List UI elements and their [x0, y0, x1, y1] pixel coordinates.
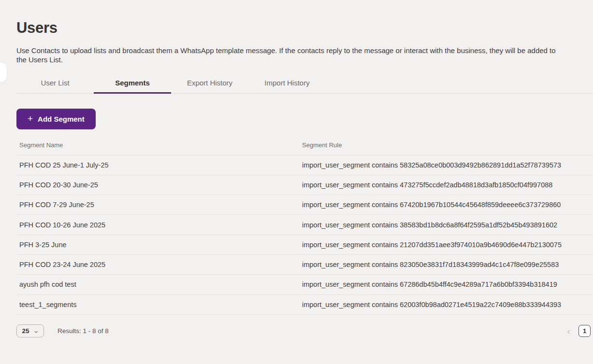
page-number-button[interactable]: 1	[579, 325, 591, 337]
page-size-select[interactable]: 25 ⌄	[16, 324, 44, 337]
column-header-segment-rule: Segment Rule	[299, 141, 593, 149]
segment-rule-cell: import_user_segment contains 38583bd1b8d…	[299, 221, 593, 229]
segment-rule-cell: import_user_segment contains 58325a08ce0…	[299, 161, 593, 169]
segment-name-cell: PFH 3-25 June	[16, 241, 299, 249]
segment-name-cell: PFH COD 25 June-1 July-25	[16, 161, 299, 169]
table-row[interactable]: teest_1_segments import_user_segment con…	[16, 295, 593, 315]
table-row[interactable]: PFH COD 23-24 June 2025 import_user_segm…	[16, 255, 593, 275]
table-row[interactable]: ayush pfh cod test import_user_segment c…	[16, 275, 593, 294]
segment-rule-cell: import_user_segment contains 67286db45b4…	[299, 280, 593, 288]
chevron-down-icon: ⌄	[33, 328, 40, 334]
segment-name-cell: PFH COD 20-30 June-25	[16, 181, 299, 189]
tab-export-history[interactable]: Export History	[171, 76, 248, 94]
segment-rule-cell: import_user_segment contains 473275f5ccd…	[299, 181, 593, 189]
users-page: Users Use Contacts to upload lists and b…	[0, 20, 593, 337]
plus-icon: +	[28, 114, 33, 123]
table-row[interactable]: PFH COD 7-29 June-25 import_user_segment…	[16, 195, 593, 215]
table-row[interactable]: PFH COD 10-26 June 2025 import_user_segm…	[16, 215, 593, 235]
tab-import-history[interactable]: Import History	[248, 76, 326, 94]
segment-name-cell: ayush pfh cod test	[16, 280, 299, 288]
segments-table: Segment Name Segment Rule PFH COD 25 Jun…	[16, 129, 593, 315]
add-segment-button[interactable]: + Add Segment	[16, 109, 96, 129]
segment-name-cell: PFH COD 23-24 June 2025	[16, 261, 299, 268]
add-segment-label: Add Segment	[38, 115, 85, 123]
tab-bar: User List Segments Export History Import…	[16, 76, 593, 94]
page-title: Users	[16, 20, 593, 35]
column-header-segment-name: Segment Name	[16, 141, 299, 149]
page-size-value: 25	[22, 327, 29, 335]
previous-page-button[interactable]: ‹	[565, 326, 572, 336]
page-description: Use Contacts to upload lists and broadca…	[16, 46, 593, 65]
segment-rule-cell: import_user_segment contains 21207dd351a…	[299, 241, 593, 249]
table-row[interactable]: PFH COD 20-30 June-25 import_user_segmen…	[16, 175, 593, 195]
left-edge-notch	[0, 63, 7, 82]
segment-name-cell: PFH COD 7-29 June-25	[16, 201, 299, 209]
results-count: Results: 1 - 8 of 8	[58, 327, 109, 335]
segment-name-cell: teest_1_segments	[16, 301, 299, 308]
segment-name-cell: PFH COD 10-26 June 2025	[16, 221, 299, 229]
table-footer: 25 ⌄ Results: 1 - 8 of 8 ‹ 1	[16, 324, 593, 337]
segment-rule-cell: import_user_segment contains 62003f0b98a…	[299, 301, 593, 308]
table-row[interactable]: PFH COD 25 June-1 July-25 import_user_se…	[16, 155, 593, 175]
tab-user-list[interactable]: User List	[16, 76, 94, 94]
segment-rule-cell: import_user_segment contains 823050e3831…	[299, 261, 593, 268]
table-header-row: Segment Name Segment Rule	[16, 129, 593, 155]
tab-segments[interactable]: Segments	[94, 76, 171, 94]
segment-rule-cell: import_user_segment contains 67420b1967b…	[299, 201, 593, 209]
table-row[interactable]: PFH 3-25 June import_user_segment contai…	[16, 235, 593, 255]
